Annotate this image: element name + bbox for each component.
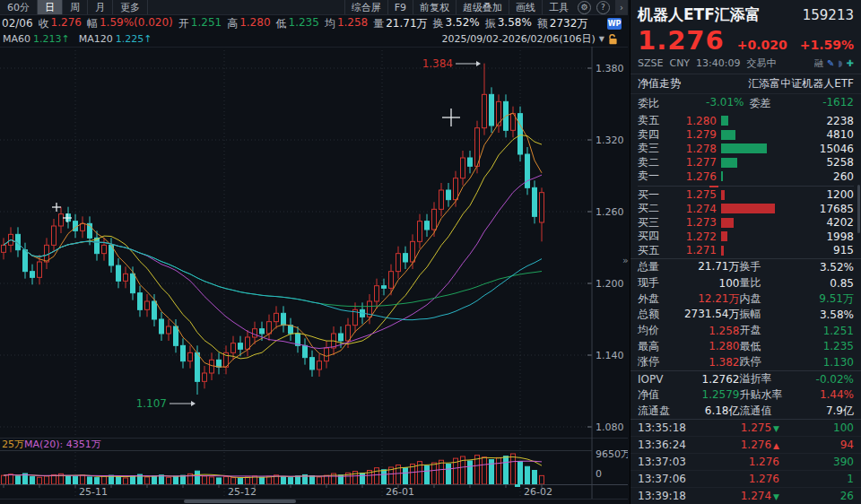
orderbook-row[interactable]: 买三1.2734202 [631,216,861,230]
help-icon[interactable]: ? [596,1,610,14]
quote-item: 收1.276 [39,16,82,31]
weicha-label: 委差 [744,96,777,111]
date-range-selector[interactable]: 2025/09/02-2026/02/06(106日) ▼ [441,32,618,46]
quote-date: 02/06 [2,17,33,30]
svg-text:25万: 25万 [2,439,24,450]
margin-tag: 融 [814,57,823,70]
depth-bar [721,246,724,256]
last-price: 1.276 [638,25,725,56]
depth-bar [721,231,727,241]
stock-code: 159213 [803,7,854,23]
kline-chart[interactable]: 1.3801.3201.2601.2001.1401.08025-1125-12… [0,47,628,504]
weibi-row: 委比 -3.01% 委差 -1612 [631,94,861,113]
tick-list[interactable]: 13:35:181.275▼10013:36:241.276▲9413:37:0… [631,419,861,504]
stat-row: 涨停1.382跌停1.130 [631,354,861,370]
orderbook-row[interactable]: 买一1.2751200 [631,188,861,203]
ma-legend-item: MA1201.225↑ [79,33,152,45]
period-toolbar: 60分日周月更多 综合屏F9前复权超级叠加画线工具 ⚙ ? › [0,0,628,15]
orderbook-row[interactable]: 卖一1.276260 [631,169,861,184]
trading-app: { "palette":{"red":"#e8413c","green":"#1… [0,0,861,504]
tick-row[interactable]: 13:37:061.2761 [631,471,861,488]
quote-time: 13:40:09 [696,57,740,69]
next-panel-icon[interactable]: › [615,0,628,14]
gear-icon[interactable]: ⚙ [578,1,591,14]
date-range-label: 2025/09/02-2026/02/06(106日) [441,32,595,46]
svg-text:MA(20): 4351万: MA(20): 4351万 [24,439,101,450]
stock-name: 机器人ETF汇添富 [638,4,761,25]
kline-chart-svg: 1.3801.3201.2601.2001.1401.08025-1125-12… [0,47,628,504]
orderbook-row[interactable]: 买五1.271915 [631,244,861,258]
menu-F9[interactable]: F9 [387,0,413,14]
tab-60分[interactable]: 60分 [0,0,38,14]
orderbook-row[interactable]: 卖二1.2775258 [631,156,861,170]
tick-row[interactable]: 13:35:181.275▼100 [631,420,861,437]
menu-前复权[interactable]: 前复权 [413,0,456,14]
price-change: +0.020 [737,38,787,52]
chevron-down-icon: ▼ [599,35,604,43]
menu-工具[interactable]: 工具 [542,0,575,14]
trading-status: 交易中 [747,56,777,70]
svg-text:26-01: 26-01 [386,486,414,498]
stat-row: 外盘12.21万内盘9.51万 [631,291,861,307]
svg-text:9650万: 9650万 [596,448,628,460]
edit-icon[interactable]: ✎ [827,58,834,68]
svg-text:1.080: 1.080 [596,421,624,433]
tick-row[interactable]: 13:37:031.276390 [631,454,861,471]
orderbook-row[interactable]: 卖四1.2794810 [631,128,861,143]
bid-levels: 买一1.2751200买二1.27417685买三1.2734202买四1.27… [631,187,861,259]
panel-scrollbar[interactable] [857,185,860,233]
quote-item: 均1.258 [325,16,368,31]
svg-text:1.200: 1.200 [596,278,624,290]
panel-collapse-icon[interactable]: » [622,255,629,266]
tab-更多[interactable]: 更多 [113,0,148,14]
svg-text:1.140: 1.140 [596,350,624,361]
quote-item: 量21.71万 [373,16,427,31]
tab-nav-value-trend[interactable]: 净值走势 [638,76,681,91]
stat-row: IOPV1.2762溢折率-0.02% [631,371,861,387]
svg-text:25-11: 25-11 [79,486,108,498]
stats-section: 总量21.71万换手3.52%现手100量比0.85外盘12.21万内盘9.51… [631,258,861,370]
stat-row: 流通盘6.18亿流通值7.9亿 [631,403,861,419]
depth-bar [721,143,767,153]
quote-item: 开1.251 [178,16,222,31]
orderbook-row[interactable]: 卖五1.2802238 [631,114,861,128]
currency-label: CNY [669,57,690,69]
add-icon[interactable]: ✚ [847,58,854,68]
ask-levels: 卖五1.2802238卖四1.2794810卖三1.27815046卖二1.27… [631,113,861,185]
orderbook-row[interactable]: 买四1.2721998 [631,230,861,244]
quote-item: 额2732万 [537,16,588,31]
ma-legend-bar: MA601.213↑MA1201.225↑ 2025/09/02-2026/02… [0,31,628,48]
svg-text:1.384: 1.384 [422,57,453,70]
stat-row: 净值1.2579升贴水率1.44% [631,387,861,404]
tab-日[interactable]: 日 [38,0,63,14]
stat-row: 均价1.258开盘1.251 [631,323,861,339]
depth-bar [721,171,723,181]
quote-item: 低1.235 [276,16,319,31]
menu-综合屏[interactable]: 综合屏 [344,0,387,14]
iopv-section: IOPV1.2762溢折率-0.02%净值1.2579升贴水率1.44%流通盘6… [631,370,861,419]
stat-row: 总额2731.54万振幅3.58% [631,307,861,323]
tick-row[interactable]: 13:39:181.274▼26 [631,488,861,504]
depth-bar [721,218,734,228]
weibi-label: 委比 [638,96,666,111]
quote-panel: 机器人ETF汇添富 159213 1.276 +0.020 +1.59% SZS… [630,0,861,504]
menu-超级叠加[interactable]: 超级叠加 [456,0,509,14]
orderbook-row[interactable]: 卖三1.27815046 [631,142,861,156]
ma-legend-item: MA601.213↑ [3,33,70,45]
tick-row[interactable]: 13:36:241.276▲94 [631,437,861,454]
stat-row: 最高1.280最低1.235 [631,338,861,354]
depth-bar [721,130,735,140]
unlock-icon[interactable] [608,34,618,45]
quote-item: 高1.280 [227,16,270,31]
quote-item: 换3.52% [433,16,480,31]
orderbook-row[interactable]: 买二1.27417685 [631,202,861,216]
svg-text:25-12: 25-12 [228,486,257,498]
alert-icon[interactable]: ◗ [838,58,842,68]
svg-text:1.260: 1.260 [596,206,624,218]
chart-area: 60分日周月更多 综合屏F9前复权超级叠加画线工具 ⚙ ? › 02/06 收1… [0,0,628,504]
menu-画线[interactable]: 画线 [509,0,542,14]
wp-icon[interactable]: WP [607,18,622,30]
tab-月[interactable]: 月 [88,0,113,14]
depth-bar [721,190,725,200]
tab-周[interactable]: 周 [63,0,88,14]
